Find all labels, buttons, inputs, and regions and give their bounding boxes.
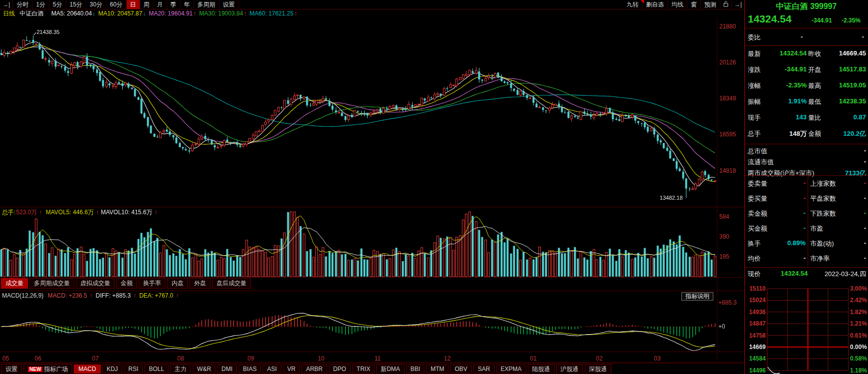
tool-button-4[interactable]: 预测 (701, 0, 720, 9)
volume-ma-item-0: MAVOL5: 446.6万 (46, 209, 94, 216)
quote-value: - (864, 147, 866, 154)
macd-item-0: MACD: +236.5 (48, 292, 87, 299)
volume-tab-strip: 成交量多周期成交量虚拟成交量金额换手率内盘外盘盘后成交量 (1, 277, 252, 290)
indicator-tab-12[interactable]: ARBR (301, 365, 327, 374)
quote-label: 最新 (748, 49, 761, 58)
volume-tab-1[interactable]: 多周期成交量 (29, 278, 74, 289)
quote-label: 最低 (808, 97, 821, 106)
volume-ma-item-1: MAVOL10: 415.6万 (101, 209, 152, 216)
price-change: -344.91 (812, 17, 832, 24)
volume-tab-3[interactable]: 金额 (116, 278, 137, 289)
period-button-4[interactable]: 30分 (86, 0, 106, 9)
period-button-10[interactable]: 年 (181, 0, 194, 9)
indicator-tab-20[interactable]: EXPMA (496, 365, 526, 374)
ma-item-1: MA10: 20457.87 (98, 10, 142, 17)
quote-value: - (864, 194, 866, 202)
period-button-12[interactable]: 设置 (219, 0, 239, 9)
indicator-tab-10[interactable]: ASI (262, 365, 281, 374)
ma-item-3: MA30: 19003.84 (199, 10, 243, 17)
new-badge: NEW (28, 367, 42, 372)
quote-label: 开盘 (808, 65, 821, 74)
indicator-tab-3[interactable]: KDJ (102, 365, 123, 374)
toolbar-tools-group: 九转删自选均线窗预测 (623, 0, 720, 9)
volume-indicator-header: 总手:523.0万↑ MAVOL5: 446.6万↑MAVOL10: 415.6… (2, 208, 161, 216)
indicator-tab-6[interactable]: 主力 (170, 364, 191, 374)
period-button-0[interactable]: 分时 (13, 0, 32, 9)
quote-value: - (864, 179, 866, 187)
indicator-tab-1[interactable]: NEW指标广场 (23, 364, 72, 374)
indicator-tab-8[interactable]: DMI (217, 365, 237, 374)
quote-value: 1.91% (788, 97, 807, 105)
quote-label: 卖金额 (748, 209, 767, 218)
period-button-7[interactable]: 周 (140, 0, 154, 9)
indicator-tab-14[interactable]: TRIX (352, 365, 375, 374)
scroll-right-icon[interactable]: →| (732, 0, 744, 9)
indicator-tab-11[interactable]: VR (283, 365, 300, 374)
tool-button-3[interactable]: 窗 (687, 0, 701, 9)
symbol-label: 中证白酒 (19, 10, 43, 17)
mini-intraday-canvas[interactable] (745, 281, 868, 374)
indicator-tab-2[interactable]: MACD (74, 365, 100, 374)
period-button-2[interactable]: 5分 (49, 0, 66, 9)
top-toolbar: →| 分时1分5分15分30分60分日周月季年多周期设置 九转删自选均线窗预测 … (0, 0, 744, 9)
main-chart-canvas[interactable] (0, 18, 744, 363)
quote-label: 涨跌 (748, 65, 761, 74)
indicator-tab-5[interactable]: BOLL (144, 365, 169, 374)
scroll-left-icon[interactable]: →| (0, 0, 13, 9)
indicator-tab-15[interactable]: 新DMA (376, 364, 405, 374)
ma-item-0: MA5: 20640.04 (51, 10, 92, 17)
indicator-tab-16[interactable]: BBI (406, 365, 425, 374)
period-button-3[interactable]: 15分 (66, 0, 86, 9)
quote-value: - (864, 158, 866, 165)
indicator-tab-9[interactable]: BIAS (238, 365, 261, 374)
tool-button-2[interactable]: 均线 (668, 0, 687, 9)
period-button-5[interactable]: 60分 (106, 0, 126, 9)
volume-tab-4[interactable]: 换手率 (139, 278, 166, 289)
volume-tab-5[interactable]: 内盘 (167, 278, 188, 289)
toolbar-spacer (239, 0, 623, 9)
tool-button-0[interactable]: 九转 (623, 0, 643, 9)
quote-value: -344.91 (785, 65, 807, 73)
divider (745, 45, 868, 46)
ma-item-4: MA60: 17621.25 (249, 10, 293, 17)
divider (745, 175, 868, 176)
period-button-1[interactable]: 1分 (32, 0, 49, 9)
quote-label: 市盈 (810, 224, 823, 233)
indicator-tab-4[interactable]: RSI (124, 365, 143, 374)
indicator-help-button[interactable]: 指标说明 (681, 292, 713, 301)
indicator-tab-17[interactable]: MTM (426, 365, 448, 374)
period-button-8[interactable]: 月 (154, 0, 167, 9)
quote-value: - (804, 224, 806, 232)
quote-label: 换手 (748, 239, 761, 248)
volume-tab-2[interactable]: 虚拟成交量 (76, 278, 115, 289)
quote-value: - (804, 209, 806, 217)
indicator-tab-18[interactable]: OBV (450, 365, 471, 374)
indicator-tab-0[interactable]: 设置 (1, 364, 22, 374)
indicator-tab-23[interactable]: 深股通 (585, 364, 612, 374)
unlock-icon[interactable] (720, 0, 732, 9)
indicator-tab-7[interactable]: W&R (193, 365, 216, 374)
up-arrow-icon: ↑ (90, 292, 93, 299)
period-button-11[interactable]: 多周期 (194, 0, 219, 9)
ma-arrow-icon: ↓ (92, 10, 95, 17)
period-button-6[interactable]: 日 (127, 0, 140, 9)
quote-label: 下跌家数 (810, 209, 836, 218)
up-arrow-icon: ↑ (176, 292, 179, 299)
period-button-9[interactable]: 季 (167, 0, 181, 9)
quote-value: 0.89% (787, 239, 806, 247)
tool-button-1[interactable]: 删自选 (643, 0, 668, 9)
indicator-tab-22[interactable]: 沪股通 (556, 364, 583, 374)
trading-terminal: { "toolbar": { "goto_left_icon": "→|", "… (0, 0, 868, 374)
indicator-tab-21[interactable]: 陆股通 (528, 364, 555, 374)
volume-label: 总手: (2, 209, 15, 216)
indicator-tab-13[interactable]: DPO (329, 365, 351, 374)
indicator-tab-19[interactable]: SAR (473, 365, 495, 374)
macd-values: MACD: +236.5↑DIFF: +885.3↑DEA: +767.0↑ (48, 292, 182, 299)
ma-arrow-icon: ↑ (294, 10, 297, 17)
volume-value: 523.0万 (16, 209, 37, 216)
quote-value: 0.87 (854, 113, 866, 121)
volume-tab-6[interactable]: 外盘 (190, 278, 211, 289)
volume-tab-7[interactable]: 盘后成交量 (212, 278, 251, 289)
volume-tab-0[interactable]: 成交量 (1, 278, 28, 289)
up-arrow-icon: ↑ (133, 292, 136, 299)
